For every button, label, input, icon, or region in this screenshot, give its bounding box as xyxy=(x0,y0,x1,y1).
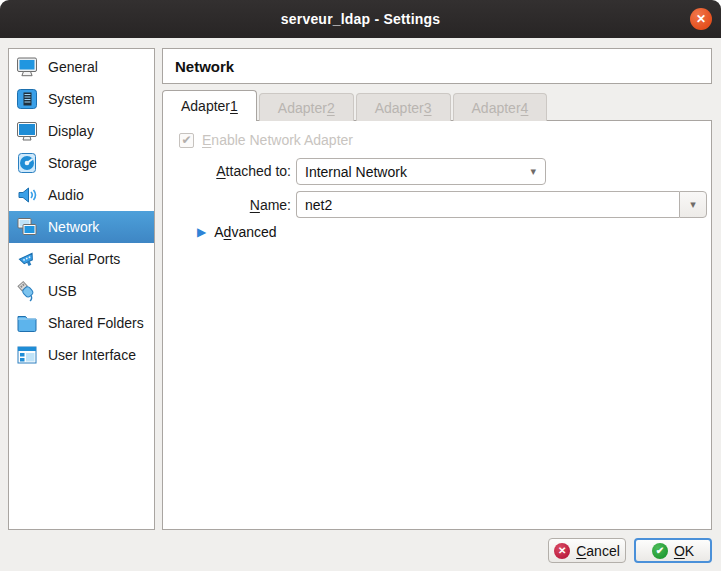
titlebar[interactable]: serveur_ldap - Settings ✕ xyxy=(0,0,721,38)
tab-adapter-1[interactable]: Adapter 1 xyxy=(162,90,257,121)
enable-adapter-label: Enable Network Adapter xyxy=(202,132,353,148)
tab-adapter-3: Adapter 3 xyxy=(356,93,451,121)
general-icon xyxy=(15,55,39,79)
sidebar-item-general[interactable]: General xyxy=(9,51,154,83)
ok-check-icon: ✔ xyxy=(652,543,668,559)
sidebar-item-display[interactable]: Display xyxy=(9,115,154,147)
ok-button[interactable]: ✔ OK xyxy=(634,538,712,563)
serial-ports-icon xyxy=(15,247,39,271)
cancel-button-label: Cancel xyxy=(576,543,620,559)
sidebar-item-network[interactable]: Network xyxy=(9,211,154,243)
sidebar-item-label: USB xyxy=(48,283,77,299)
name-input[interactable] xyxy=(296,191,679,218)
name-combobox: ▾ xyxy=(296,191,707,218)
user-interface-icon xyxy=(15,343,39,367)
name-label: Name: xyxy=(163,197,291,213)
sidebar: GeneralSystemDisplayStorageAudioNetworkS… xyxy=(8,48,155,530)
sidebar-item-label: Audio xyxy=(48,187,84,203)
storage-icon xyxy=(15,151,39,175)
tab-adapter-4: Adapter 4 xyxy=(453,93,548,121)
cancel-x-icon: ✕ xyxy=(554,543,570,559)
sidebar-item-label: System xyxy=(48,91,95,107)
sidebar-item-label: Shared Folders xyxy=(48,315,144,331)
disclosure-triangle-icon: ▶ xyxy=(197,226,206,238)
sidebar-item-label: Serial Ports xyxy=(48,251,120,267)
attached-to-value: Internal Network xyxy=(305,164,407,180)
page-title-box: Network xyxy=(162,48,712,84)
shared-folders-icon xyxy=(15,311,39,335)
sidebar-item-label: Display xyxy=(48,123,94,139)
page-title: Network xyxy=(175,58,234,75)
window-title: serveur_ldap - Settings xyxy=(281,11,440,27)
sidebar-list: GeneralSystemDisplayStorageAudioNetworkS… xyxy=(9,51,154,371)
sidebar-item-serial-ports[interactable]: Serial Ports xyxy=(9,243,154,275)
usb-icon xyxy=(15,279,39,303)
audio-icon xyxy=(15,183,39,207)
tab-adapter-2: Adapter 2 xyxy=(259,93,354,121)
sidebar-item-storage[interactable]: Storage xyxy=(9,147,154,179)
adapter-tabs: Adapter 1Adapter 2Adapter 3Adapter 4 xyxy=(162,90,547,121)
advanced-toggle[interactable]: ▶ Advanced xyxy=(197,224,277,240)
close-icon[interactable]: ✕ xyxy=(690,8,712,30)
cancel-button[interactable]: ✕ Cancel xyxy=(548,538,626,563)
enable-adapter-checkbox: ✔ xyxy=(179,133,194,148)
sidebar-item-system[interactable]: System xyxy=(9,83,154,115)
sidebar-item-usb[interactable]: USB xyxy=(9,275,154,307)
system-icon xyxy=(15,87,39,111)
display-icon xyxy=(15,119,39,143)
sidebar-item-label: Network xyxy=(48,219,99,235)
attached-to-label: Attached to: xyxy=(163,163,291,179)
ok-button-label: OK xyxy=(674,543,694,559)
network-icon xyxy=(15,215,39,239)
chevron-down-icon: ▾ xyxy=(530,165,545,178)
sidebar-item-label: Storage xyxy=(48,155,97,171)
attached-to-select[interactable]: Internal Network ▾ xyxy=(296,158,546,185)
sidebar-item-label: General xyxy=(48,59,98,75)
sidebar-item-label: User Interface xyxy=(48,347,136,363)
chevron-down-icon: ▾ xyxy=(690,198,696,211)
name-dropdown-button[interactable]: ▾ xyxy=(679,191,707,218)
settings-dialog: serveur_ldap - Settings ✕ GeneralSystemD… xyxy=(0,0,721,571)
sidebar-item-shared-folders[interactable]: Shared Folders xyxy=(9,307,154,339)
sidebar-item-audio[interactable]: Audio xyxy=(9,179,154,211)
adapter-panel: ✔ Enable Network Adapter Attached to: In… xyxy=(162,120,712,530)
advanced-label: Advanced xyxy=(214,224,276,240)
enable-adapter-row: ✔ Enable Network Adapter xyxy=(179,132,353,148)
sidebar-item-user-interface[interactable]: User Interface xyxy=(9,339,154,371)
